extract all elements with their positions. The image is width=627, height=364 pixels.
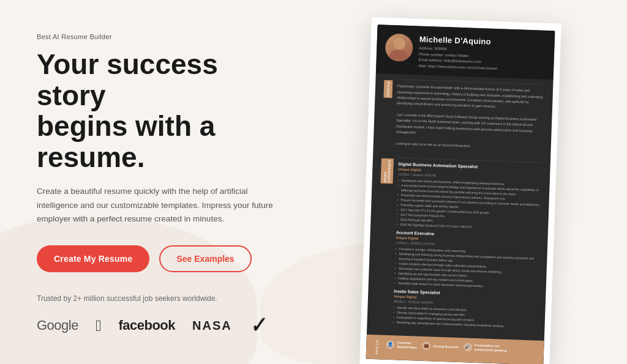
description: Create a beautiful resume quickly with t… xyxy=(37,185,282,226)
buttons-row: Create My Resume See Examples xyxy=(37,245,282,272)
resume-profile-text: Passionate, customer-focused leader with… xyxy=(396,84,544,152)
work-section: WORKEXPERIENCE Digital Business Automati… xyxy=(367,154,550,341)
create-resume-button[interactable]: Create My Resume xyxy=(37,245,149,272)
google-logo: Google xyxy=(37,318,78,333)
resume-name-block: Michelle D'Aquino Address: 909999 Phone … xyxy=(418,35,546,74)
work-label: WORKEXPERIENCE xyxy=(381,158,394,184)
apple-logo:  xyxy=(96,316,102,335)
skills-label: SKILLS xyxy=(375,340,379,354)
skill-1-icon: 👤 xyxy=(386,340,394,349)
brands-row: Google  facebook NASA ✓ xyxy=(37,314,282,337)
skill-2: 💼 Closing Business xyxy=(422,341,459,351)
job-3: Inside Sales Specialist Unique Digital 0… xyxy=(393,289,538,329)
main-container: Best AI Resume Builder Your success stor… xyxy=(0,0,627,364)
facebook-logo: facebook xyxy=(118,318,175,333)
skill-3: 🎤 Presentation andprofessional speaking xyxy=(464,343,507,353)
resume-avatar xyxy=(385,34,414,62)
resume-card: Michelle D'Aquino Address: 909999 Phone … xyxy=(359,17,561,364)
headline-line2: begins with a resume. xyxy=(37,110,215,173)
skill-1: 👤 CustomerRelationships xyxy=(386,340,417,350)
skill-3-text: Presentation andprofessional speaking xyxy=(475,343,507,353)
skill-2-icon: 💼 xyxy=(422,341,430,350)
profile-section-header: PROFILE Passionate, customer-focused lea… xyxy=(382,79,545,152)
see-examples-button[interactable]: See Examples xyxy=(159,245,251,272)
resume-inner: Michelle D'Aquino Address: 909999 Phone … xyxy=(366,24,555,364)
nasa-logo: NASA xyxy=(192,319,232,333)
headline-line1: Your success story xyxy=(37,48,218,111)
job-1: Digital Business Automation Specialist U… xyxy=(396,162,542,232)
skill-3-icon: 🎤 xyxy=(464,343,472,352)
left-panel: Best AI Resume Builder Your success stor… xyxy=(0,2,318,362)
profile-section: PROFILE Passionate, customer-focused lea… xyxy=(373,73,553,160)
headline: Your success story begins with a resume. xyxy=(37,49,282,173)
resume-header: Michelle D'Aquino Address: 909999 Phone … xyxy=(376,24,555,80)
resume-wrapper: Michelle D'Aquino Address: 909999 Phone … xyxy=(366,20,555,364)
resume-contact: Address: 909999 Phone number: contact hi… xyxy=(418,46,546,74)
tagline: Best AI Resume Builder xyxy=(37,33,282,40)
work-section-header: WORKEXPERIENCE Digital Business Automati… xyxy=(375,157,542,332)
skill-1-text: CustomerRelationships xyxy=(397,341,417,350)
skill-2-text: Closing Business xyxy=(433,344,459,349)
right-panel: Michelle D'Aquino Address: 909999 Phone … xyxy=(318,0,627,364)
nike-logo: ✓ xyxy=(247,313,268,338)
job-2: Account Executive Unique Digital 11/2014… xyxy=(394,231,539,291)
profile-label: PROFILE xyxy=(383,80,392,98)
svg-point-1 xyxy=(389,50,409,62)
trusted-text: Trusted by 2+ million successful job see… xyxy=(37,294,282,303)
svg-point-0 xyxy=(393,37,406,50)
